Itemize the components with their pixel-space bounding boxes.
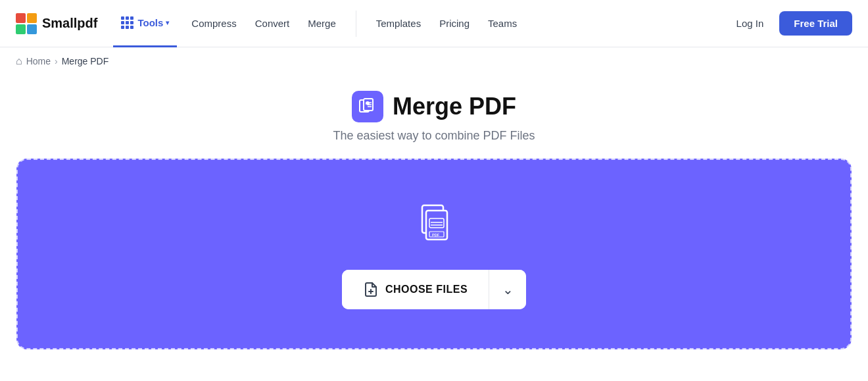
tools-menu-button[interactable]: Tools ▾ [113, 0, 177, 47]
grid-icon [121, 16, 133, 29]
merge-icon-box: + [352, 91, 383, 122]
page-title: Merge PDF [393, 93, 516, 120]
nav-right: Log In Free Trial [723, 11, 852, 36]
nav-pricing[interactable]: Pricing [430, 0, 479, 47]
logo-text: Smallpdf [42, 16, 97, 31]
file-add-icon [363, 282, 379, 297]
login-button[interactable]: Log In [723, 13, 777, 34]
breadcrumb-current: Merge PDF [62, 56, 109, 66]
header: Smallpdf Tools ▾ Compress Convert Merge … [0, 0, 868, 47]
home-icon: ⌂ [16, 55, 22, 67]
nav-compress[interactable]: Compress [182, 0, 245, 47]
nav-teams[interactable]: Teams [479, 0, 526, 47]
chevron-down-icon: ▾ [166, 19, 169, 26]
tools-label: Tools [137, 17, 163, 28]
svg-rect-0 [16, 13, 26, 23]
choose-files-label: CHOOSE FILES [385, 284, 468, 295]
logo-link[interactable]: Smallpdf [16, 13, 97, 34]
drop-zone[interactable]: PDF CHOOSE FILES ⌄ [16, 159, 852, 349]
svg-rect-1 [27, 13, 37, 23]
choose-files-bar: CHOOSE FILES ⌄ [342, 270, 526, 309]
breadcrumb-home-link[interactable]: Home [26, 56, 51, 66]
breadcrumb: ⌂ Home › Merge PDF [0, 47, 868, 75]
svg-text:PDF: PDF [432, 233, 440, 237]
dropdown-chevron-icon: ⌄ [502, 282, 514, 297]
logo-icon [16, 13, 37, 34]
nav-divider [356, 11, 356, 37]
merge-pdf-icon: + [358, 97, 377, 116]
svg-rect-3 [27, 24, 37, 34]
free-trial-button[interactable]: Free Trial [779, 11, 852, 36]
nav-templates[interactable]: Templates [367, 0, 430, 47]
page-subtitle: The easiest way to combine PDF Files [333, 129, 535, 143]
main-content: + Merge PDF The easiest way to combine P… [0, 75, 868, 349]
pdf-files-illustration: PDF [408, 199, 460, 251]
nav-merge[interactable]: Merge [299, 0, 345, 47]
svg-rect-2 [16, 24, 26, 34]
page-title-area: + Merge PDF [352, 91, 516, 122]
nav-convert[interactable]: Convert [246, 0, 299, 47]
breadcrumb-separator: › [55, 56, 58, 66]
choose-files-button[interactable]: CHOOSE FILES [342, 270, 489, 309]
choose-files-dropdown-button[interactable]: ⌄ [489, 270, 526, 309]
